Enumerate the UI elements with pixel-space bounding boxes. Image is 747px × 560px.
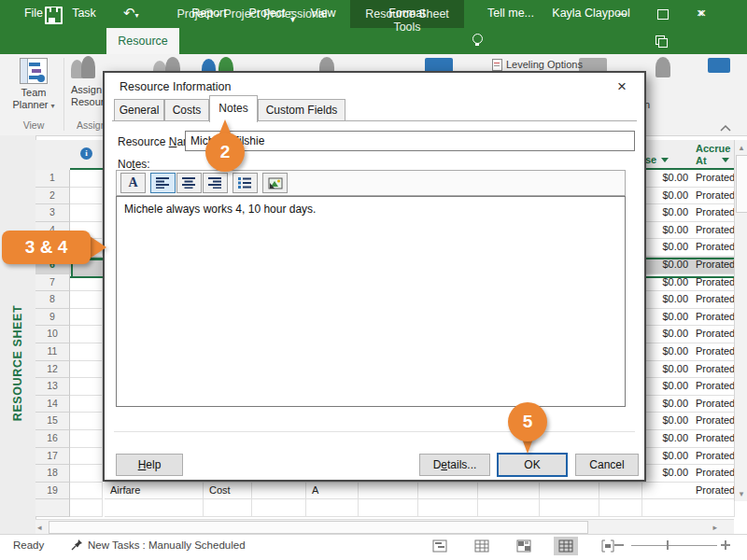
cell-cost-use[interactable]: $0.00 bbox=[642, 448, 693, 466]
horizontal-scrollbar[interactable]: ◂ ▸ bbox=[35, 519, 734, 535]
cell-accrue-at[interactable]: Prorated bbox=[692, 291, 735, 309]
cell-cost-use[interactable]: $0.00 bbox=[642, 309, 693, 327]
zoom-in-icon[interactable] bbox=[721, 544, 730, 546]
align-right-button[interactable] bbox=[203, 173, 228, 193]
zoom-slider[interactable] bbox=[631, 545, 717, 546]
report-view-icon[interactable] bbox=[596, 537, 620, 555]
tab-report[interactable]: Report bbox=[185, 0, 233, 26]
cell-accrue-at[interactable]: Prorated bbox=[692, 361, 735, 379]
cell-cost-use[interactable]: $0.00 bbox=[642, 430, 693, 448]
cell-cost-use[interactable]: $0.00 bbox=[642, 222, 693, 240]
cell-accrue-at[interactable]: Prorated bbox=[692, 378, 735, 396]
dialog-tab-general[interactable]: General bbox=[114, 99, 164, 121]
ribbon-close-icon[interactable]: × bbox=[689, 0, 712, 26]
save-icon[interactable] bbox=[45, 7, 63, 24]
cell-ovt[interactable] bbox=[540, 483, 599, 500]
cancel-button[interactable]: Cancel bbox=[575, 454, 639, 476]
team-planner-view-icon[interactable] bbox=[512, 537, 536, 555]
zoom-slider-thumb[interactable] bbox=[667, 540, 669, 550]
cell-max[interactable] bbox=[418, 499, 478, 517]
cell-cost-use[interactable]: $0.00 bbox=[642, 239, 693, 257]
cell-misc[interactable] bbox=[599, 499, 642, 517]
filter-arrow-icon-2[interactable] bbox=[722, 158, 729, 162]
cell-accrue-at[interactable]: Prorated bbox=[692, 465, 735, 483]
cell-cost-use[interactable]: $0.00 bbox=[642, 465, 693, 483]
cell-cost-use[interactable]: $0.00 bbox=[642, 170, 693, 188]
cell-accrue-at[interactable]: Prorated bbox=[692, 483, 735, 500]
align-left-button[interactable] bbox=[150, 173, 176, 193]
tab-format[interactable]: Format bbox=[350, 0, 464, 26]
scroll-up-icon[interactable]: ▴ bbox=[735, 140, 747, 152]
cell-accrue-at[interactable]: Prorated bbox=[692, 343, 735, 361]
indicator-column-header[interactable]: i bbox=[70, 140, 104, 170]
dialog-tab-notes[interactable]: Notes bbox=[209, 95, 258, 122]
cell-cost-use[interactable]: $0.00 bbox=[642, 188, 693, 205]
accrue-column-header[interactable]: AccrueAt bbox=[692, 140, 735, 170]
cell-cost-use[interactable]: $0.00 bbox=[642, 343, 693, 361]
cell-accrue-at[interactable]: Prorated bbox=[692, 326, 735, 343]
cell-cost-use[interactable]: $0.00 bbox=[642, 291, 693, 309]
cell-accrue-at[interactable]: Prorated bbox=[692, 170, 735, 188]
cell-initials[interactable] bbox=[306, 499, 359, 517]
cell-cost-use[interactable]: $0.00 bbox=[642, 326, 693, 343]
cell-accrue-at[interactable]: Prorated bbox=[692, 239, 735, 257]
cell-accrue-at[interactable]: Prorated bbox=[692, 222, 735, 240]
cell-accrue-at[interactable]: Prorated bbox=[692, 309, 735, 327]
cell-cost-use[interactable]: $0.00 bbox=[642, 361, 693, 379]
cell-std_rate[interactable] bbox=[478, 499, 540, 517]
details-button[interactable]: Details... bbox=[419, 454, 490, 476]
cell-cost-use[interactable]: $0.00 bbox=[642, 396, 693, 413]
zoom-out-icon[interactable] bbox=[614, 544, 624, 546]
cost-use-column-header[interactable]: se bbox=[642, 140, 693, 170]
tell-me[interactable]: Tell me... bbox=[487, 0, 540, 26]
ok-button[interactable]: OK bbox=[497, 453, 568, 477]
insert-image-button[interactable] bbox=[262, 173, 288, 193]
row-number[interactable]: 2 bbox=[35, 188, 70, 205]
select-all-corner[interactable] bbox=[35, 140, 71, 171]
row-number[interactable]: 11 bbox=[35, 343, 70, 361]
resource-sheet-view-icon[interactable] bbox=[554, 537, 578, 555]
collapse-ribbon-icon[interactable] bbox=[719, 124, 732, 132]
row-number[interactable]: 18 bbox=[35, 465, 70, 483]
cell-accrue-at[interactable] bbox=[692, 499, 735, 517]
user-name[interactable]: Kayla Claypool bbox=[551, 0, 631, 26]
status-new-tasks[interactable]: New Tasks : Manually Scheduled bbox=[88, 539, 246, 551]
align-center-button[interactable] bbox=[176, 173, 202, 193]
filter-arrow-icon[interactable] bbox=[661, 158, 669, 162]
tab-view[interactable]: View bbox=[303, 0, 344, 26]
row-number[interactable]: 7 bbox=[35, 274, 70, 292]
row-number[interactable]: 16 bbox=[35, 430, 70, 448]
row-number[interactable]: 9 bbox=[35, 309, 70, 327]
cell-cost-use[interactable] bbox=[642, 499, 693, 517]
tab-task[interactable]: Task bbox=[63, 0, 105, 26]
dialog-tab-costs[interactable]: Costs bbox=[164, 99, 209, 121]
row-number[interactable]: 1 bbox=[35, 170, 70, 188]
task-usage-view-icon[interactable] bbox=[470, 537, 494, 555]
scroll-down-icon[interactable]: ▾ bbox=[735, 489, 747, 498]
row-number[interactable]: 14 bbox=[35, 396, 70, 413]
cell-accrue-at[interactable]: Prorated bbox=[692, 396, 735, 413]
row-number[interactable]: 8 bbox=[35, 291, 70, 309]
cell-misc[interactable] bbox=[599, 483, 642, 500]
cell-ovt[interactable] bbox=[540, 499, 599, 517]
tab-project[interactable]: Project bbox=[241, 0, 293, 26]
cell-type[interactable]: Cost bbox=[204, 483, 252, 500]
cell-accrue-at[interactable]: Prorated bbox=[692, 448, 735, 466]
row-number[interactable]: 13 bbox=[35, 378, 70, 396]
cell-type[interactable] bbox=[204, 499, 252, 517]
dialog-close-icon[interactable]: × bbox=[613, 78, 631, 95]
gantt-chart-view-icon[interactable] bbox=[428, 537, 452, 555]
row-number[interactable]: 19 bbox=[35, 483, 70, 500]
row-number[interactable] bbox=[35, 499, 70, 517]
cell-cost-use[interactable] bbox=[642, 483, 693, 500]
cell-cost-use[interactable]: $0.00 bbox=[642, 204, 693, 222]
undo-icon[interactable]: ↶▾ bbox=[123, 6, 139, 22]
cell-max[interactable] bbox=[418, 483, 478, 500]
row-number[interactable]: 15 bbox=[35, 413, 70, 430]
row-number[interactable]: 10 bbox=[35, 326, 70, 343]
cell-accrue-at[interactable]: Prorated bbox=[692, 204, 735, 222]
cell-group[interactable] bbox=[359, 499, 418, 517]
cell-material_label[interactable] bbox=[252, 483, 306, 500]
hscroll-thumb[interactable] bbox=[49, 521, 588, 534]
scroll-left-icon[interactable]: ◂ bbox=[37, 523, 42, 532]
